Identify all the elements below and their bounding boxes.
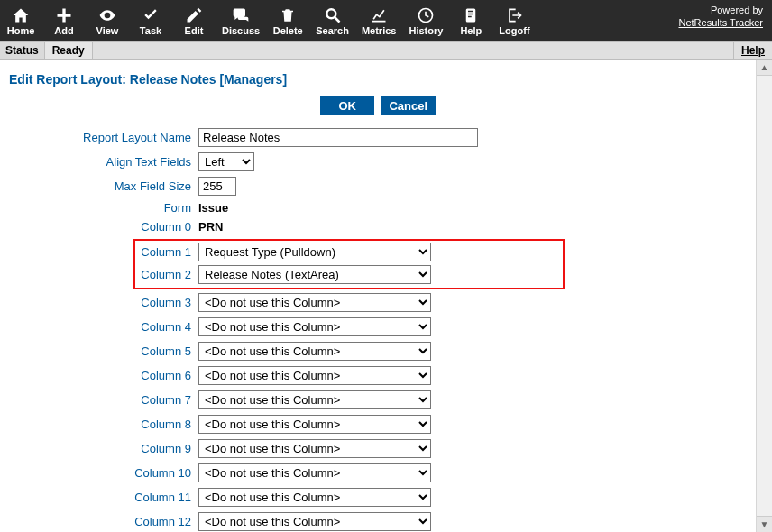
svg-rect-3 [468,11,473,13]
toolbar-label: History [409,25,443,36]
col6-select[interactable]: <Do not use this Column> [198,366,431,385]
toolbar-label: Delete [273,25,303,36]
form-label: Form [9,201,198,215]
vertical-scrollbar[interactable]: ▲ ▼ [756,60,772,532]
col12-label: Column 12 [9,515,198,528]
delete-icon [280,5,296,25]
edit-icon [185,5,203,25]
toolbar-edit[interactable]: Edit [179,5,209,36]
status-bar: Status Ready Help [0,41,772,60]
view-icon [96,5,118,25]
align-label: Align Text Fields [9,155,198,169]
toolbar-task[interactable]: Task [135,5,166,36]
col3-label: Column 3 [9,296,198,309]
col9-label: Column 9 [9,442,198,455]
col4-label: Column 4 [9,320,198,334]
svg-point-0 [326,9,335,18]
scroll-down-icon[interactable]: ▼ [757,516,772,532]
col1-label: Column 1 [135,245,198,259]
col10-select[interactable]: <Do not use this Column> [198,463,431,482]
col6-label: Column 6 [9,369,198,382]
col2-select[interactable]: Release Notes (TextArea) [198,265,431,284]
toolbar-view[interactable]: View [92,5,123,36]
toolbar-label: Search [316,25,349,36]
home-icon [11,5,31,25]
toolbar-label: Home [7,25,35,36]
add-icon [55,5,73,25]
toolbar-label: Edit [185,25,204,36]
toolbar-label: Discuss [222,25,260,36]
history-icon [417,5,435,25]
col1-select[interactable]: Request Type (Pulldown) [198,243,431,261]
toolbar-delete[interactable]: Delete [272,5,303,36]
col8-select[interactable]: <Do not use this Column> [198,415,431,434]
layout-name-input[interactable] [198,128,478,147]
logoff-icon [505,5,523,25]
toolbar-logoff[interactable]: Logoff [499,5,529,36]
svg-rect-5 [468,16,472,18]
ok-button[interactable]: OK [320,96,374,115]
col5-label: Column 5 [9,344,198,358]
toolbar-home[interactable]: Home [5,5,36,36]
col0-label: Column 0 [9,220,198,234]
cancel-button[interactable]: Cancel [381,96,436,115]
scroll-up-icon[interactable]: ▲ [757,60,772,76]
col11-label: Column 11 [9,491,198,504]
toolbar-search[interactable]: Search [316,5,349,36]
form-value: Issue [198,201,228,215]
toolbar-label: Task [140,25,161,36]
col0-value: PRN [198,220,223,234]
toolbar-discuss[interactable]: Discuss [222,5,260,36]
toolbar-help[interactable]: Help [455,5,486,36]
max-size-label: Max Field Size [9,179,198,193]
col3-select[interactable]: <Do not use this Column> [198,293,431,312]
svg-rect-4 [468,14,473,15]
col12-select[interactable]: <Do not use this Column> [198,512,431,531]
layout-name-label: Report Layout Name [9,131,198,144]
discuss-icon [231,5,251,25]
brand-link[interactable]: NetResults Tracker [678,17,763,28]
toolbar-label: Metrics [362,25,397,36]
col7-select[interactable]: <Do not use this Column> [198,390,431,409]
page-title: Edit Report Layout: Release Notes [Manag… [9,72,747,87]
powered-by: Powered by NetResults Tracker [678,4,763,30]
col9-select[interactable]: <Do not use this Column> [198,439,431,458]
col7-label: Column 7 [9,393,198,407]
toolbar-label: Add [54,25,73,36]
col11-select[interactable]: <Do not use this Column> [198,488,431,507]
toolbar-metrics[interactable]: Metrics [362,5,397,36]
col5-select[interactable]: <Do not use this Column> [198,342,431,361]
help-icon [463,5,479,25]
powered-by-text: Powered by [711,5,763,15]
status-label: Status [0,42,45,59]
task-icon [141,5,161,25]
align-select[interactable]: Left [198,152,254,171]
highlighted-columns: Column 1 Request Type (Pulldown) Column … [133,239,565,289]
top-toolbar: HomeAddViewTaskEditDiscussDeleteSearchMe… [0,0,772,41]
col8-label: Column 8 [9,417,198,431]
toolbar-label: Help [460,25,482,36]
search-icon [324,5,342,25]
toolbar-add[interactable]: Add [49,5,79,36]
col4-select[interactable]: <Do not use this Column> [198,317,431,336]
status-help-link[interactable]: Help [733,42,772,59]
toolbar-label: View [96,25,119,36]
content-area: Edit Report Layout: Release Notes [Manag… [0,60,756,532]
status-ready: Ready [45,42,93,59]
col2-label: Column 2 [135,268,198,281]
metrics-icon [369,5,389,25]
max-size-input[interactable] [198,177,236,196]
toolbar-label: Logoff [499,25,529,36]
col10-label: Column 10 [9,466,198,480]
toolbar-history[interactable]: History [409,5,443,36]
